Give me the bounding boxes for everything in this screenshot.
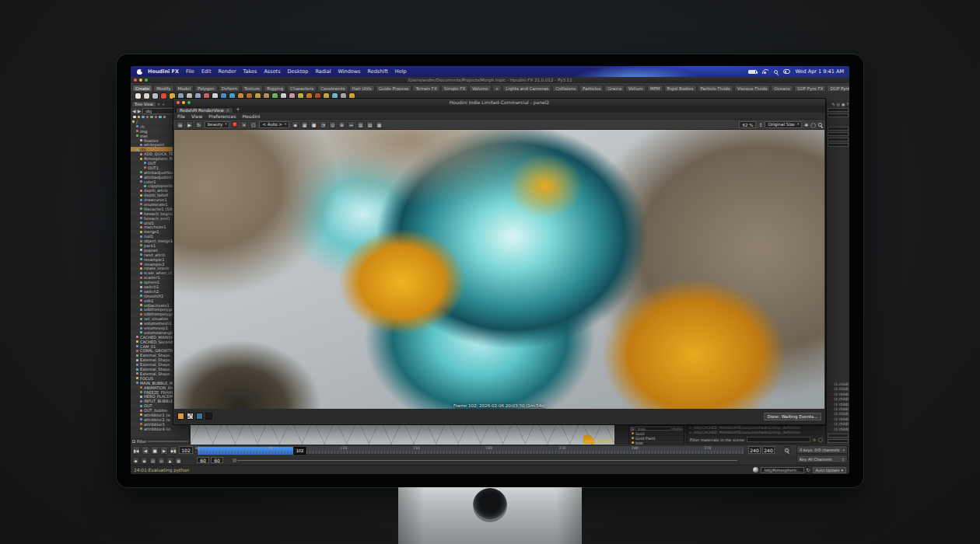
- shelf-tool-icon[interactable]: [135, 93, 141, 99]
- view-icon[interactable]: ▥: [357, 121, 364, 128]
- forward-icon[interactable]: ▶: [138, 108, 142, 113]
- menu-item-render[interactable]: Render: [218, 68, 236, 75]
- side-panel-icon[interactable]: ?: [846, 102, 849, 106]
- param-field[interactable]: [828, 132, 849, 136]
- tree-filter-dot[interactable]: [138, 116, 141, 119]
- panel-title-bar[interactable]: Houdini Indie Limited-Commercial - panel…: [173, 99, 825, 106]
- tree-filter-dot[interactable]: [155, 116, 158, 119]
- global-end-field[interactable]: 240: [762, 446, 775, 454]
- shelf-tab-viscous-fluids[interactable]: Viscous Fluids: [734, 85, 771, 91]
- expand-icon[interactable]: ▸: [690, 431, 691, 434]
- shelf-tool-icon[interactable]: [161, 93, 166, 99]
- close-tab-icon[interactable]: ✕: [226, 108, 229, 113]
- playback-icon[interactable]: ◆: [132, 457, 139, 464]
- playhead-badge[interactable]: 102: [294, 447, 306, 455]
- menu-item-assets[interactable]: Assets: [264, 68, 280, 75]
- expand-icon[interactable]: ▸: [690, 426, 691, 430]
- transport--button[interactable]: ▶▮: [170, 446, 177, 455]
- menu-item-desktop[interactable]: Desktop: [288, 68, 309, 75]
- zoom-level-field[interactable]: 62 %: [739, 121, 756, 128]
- menu-item-file[interactable]: File: [186, 68, 194, 75]
- view-icon[interactable]: ◔: [320, 121, 327, 128]
- minimize-window-button[interactable]: [139, 78, 142, 82]
- shelf-tab-volume[interactable]: Volume: [469, 85, 491, 91]
- scene-filter-input[interactable]: [747, 437, 810, 442]
- material-ball-icon[interactable]: [818, 438, 823, 442]
- shelf-tab-polygon[interactable]: Polygon: [194, 85, 218, 91]
- refresh-icon[interactable]: ↻: [807, 467, 810, 473]
- shelf-tab-vellum[interactable]: Vellum: [625, 85, 646, 91]
- view-icon[interactable]: ■: [310, 121, 317, 128]
- side-panel-icon[interactable]: ◎: [837, 102, 840, 106]
- playback-icon[interactable]: ◉: [141, 457, 148, 464]
- shelf-tab-collisions[interactable]: Collisions: [552, 85, 579, 91]
- side-panel-icon[interactable]: ✎: [831, 102, 835, 106]
- playback-icon[interactable]: ▤: [149, 457, 156, 464]
- menu-item-houdini-fx[interactable]: Houdini FX: [148, 68, 179, 75]
- zoom-window-button[interactable]: [145, 78, 148, 82]
- image-size-select[interactable]: Original Size▾: [765, 121, 802, 128]
- global-start-field[interactable]: 60: [197, 457, 209, 463]
- current-node-path-button[interactable]: /obj/Atmospheric...: [761, 467, 803, 473]
- redshift-logo-icon[interactable]: [232, 121, 238, 127]
- param-field[interactable]: [828, 143, 849, 147]
- param-field[interactable]: [828, 434, 849, 438]
- shelf-tab-terrain-fx[interactable]: Terrain FX: [412, 85, 439, 91]
- param-field[interactable]: [828, 127, 849, 131]
- range-slider[interactable]: [232, 460, 737, 461]
- snapshot-thumbnail[interactable]: [205, 413, 212, 420]
- shelf-tab-dop-pyro-fx[interactable]: DOP Pyro FX: [827, 85, 849, 91]
- timeline-ruler[interactable]: 6090120150180210240270 102: [197, 445, 745, 455]
- view-icon[interactable]: ▩: [376, 121, 383, 128]
- snapshot-thumbnail[interactable]: [196, 413, 203, 420]
- menu-item-edit[interactable]: Edit: [201, 68, 212, 75]
- shelf-tab-characters[interactable]: Characters: [287, 85, 317, 91]
- transport--button[interactable]: ■: [151, 446, 159, 455]
- view-icon[interactable]: ▪: [292, 121, 299, 128]
- menu-item-windows[interactable]: Windows: [338, 68, 360, 75]
- utility-icon[interactable]: ✱: [804, 122, 808, 127]
- snapshot-thumbnail[interactable]: [177, 413, 184, 420]
- view-icon[interactable]: ▧: [366, 121, 373, 128]
- material-sphere-icon[interactable]: [753, 467, 758, 473]
- shelf-tab-guide-process[interactable]: Guide Process: [376, 85, 412, 91]
- render-icon[interactable]: ↻: [195, 121, 202, 128]
- zoom-window-button[interactable]: [187, 101, 191, 104]
- playback-icon[interactable]: ◎: [158, 457, 165, 464]
- magnify-icon[interactable]: [818, 123, 822, 127]
- add-tab-icon[interactable]: +: [162, 102, 165, 106]
- material-filter-checkbox[interactable]: ✓: [631, 427, 634, 431]
- shelf-tab-modify[interactable]: Modify: [153, 85, 173, 91]
- menu-item-help[interactable]: Help: [395, 68, 407, 75]
- side-panel-icon[interactable]: ◉: [842, 102, 845, 106]
- tab-tree-view[interactable]: Tree View: [132, 102, 156, 106]
- shelf-tab-particle-fluids[interactable]: Particle Fluids: [698, 85, 733, 91]
- render-pass-select[interactable]: beauty▾: [205, 121, 229, 128]
- apple-menu-icon[interactable]: [137, 68, 142, 75]
- shelf-tab-create[interactable]: Create: [132, 85, 152, 91]
- wifi-icon[interactable]: [762, 69, 768, 74]
- menu-bar-clock[interactable]: Wed Apr 1 9:41 AM: [796, 68, 844, 75]
- playback-icon[interactable]: ▦: [175, 457, 182, 464]
- viewport-grid-strip[interactable]: Indie Edition: [191, 425, 614, 445]
- param-field[interactable]: [828, 439, 849, 443]
- renderview-menu-houdini[interactable]: Houdini: [243, 113, 261, 119]
- filter-input[interactable]: [148, 441, 188, 442]
- renderview-menu-preferences[interactable]: Preferences: [208, 113, 236, 119]
- control-center-icon[interactable]: [783, 69, 790, 74]
- shelf-tab-rigid-bodies[interactable]: Rigid Bodies: [664, 85, 697, 91]
- tab-redshift-renderview[interactable]: Redshift RenderView ✕: [176, 107, 233, 113]
- param-field[interactable]: [828, 138, 849, 141]
- close-window-button[interactable]: [177, 101, 180, 104]
- transport--button[interactable]: ◀: [142, 446, 149, 455]
- shelf-tab-constraints[interactable]: Constraints: [317, 85, 348, 91]
- shelf-tool-icon[interactable]: [144, 93, 149, 99]
- shelf-tab-lights-and-cameras[interactable]: Lights and Cameras: [502, 85, 551, 91]
- window-traffic-lights[interactable]: [134, 78, 148, 82]
- current-frame-field[interactable]: 102: [179, 446, 193, 454]
- shelf-tab-rigging[interactable]: Rigging: [264, 85, 286, 91]
- auto-update-select[interactable]: Auto Update ▾: [813, 467, 846, 473]
- shelf-tab-hair-utils[interactable]: Hair Utils: [349, 85, 375, 91]
- menu-item-takes[interactable]: Takes: [243, 68, 257, 75]
- render-icon[interactable]: ▢: [250, 121, 257, 128]
